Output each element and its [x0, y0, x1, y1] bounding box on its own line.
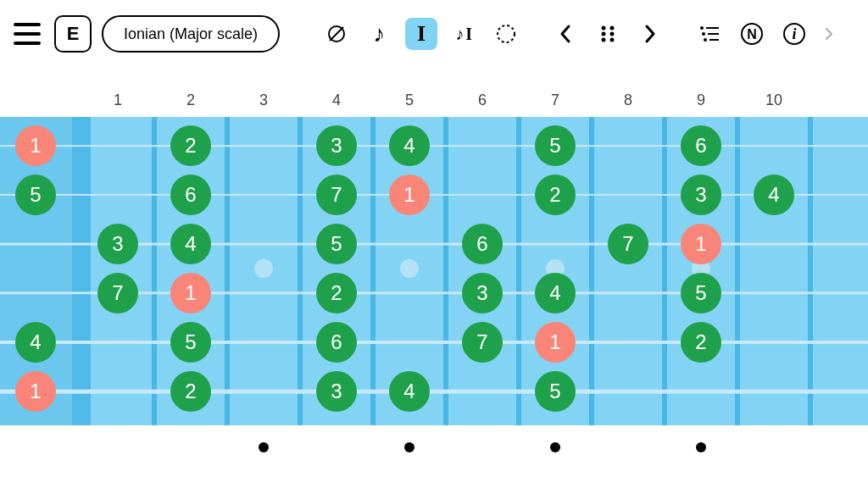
chevron-left-icon[interactable] [549, 18, 581, 50]
scale-note-dot[interactable]: 3 [316, 371, 357, 412]
fret-number: 4 [332, 92, 341, 109]
svg-point-9 [700, 26, 704, 30]
root-note-dot[interactable]: 1 [681, 224, 721, 264]
interval-label: I [417, 21, 426, 47]
fret-number: 5 [405, 92, 414, 109]
scale-note-dot[interactable]: 2 [170, 125, 211, 166]
svg-point-6 [610, 32, 615, 36]
svg-point-5 [602, 32, 606, 36]
interval-mode-button[interactable]: I [405, 18, 437, 50]
root-note-dot[interactable]: 1 [535, 322, 576, 363]
fret-line [443, 117, 448, 425]
scale-note-dot[interactable]: 6 [462, 224, 503, 264]
fret-number: 7 [551, 92, 559, 109]
fret-number: 3 [259, 92, 268, 109]
scale-note-dot[interactable]: 6 [316, 322, 357, 363]
interval-label-small: I [465, 25, 472, 44]
position-marker [550, 442, 560, 452]
scale-note-dot[interactable]: 4 [535, 273, 576, 313]
fret-line [808, 117, 813, 425]
scale-note-dot[interactable]: 5 [15, 175, 56, 215]
scale-note-dot[interactable]: 4 [389, 371, 430, 412]
fretboard[interactable]: 154137264152375263414637524157631524 [0, 117, 868, 425]
fret-number: 8 [624, 92, 632, 109]
fret-number: 6 [478, 92, 487, 109]
scale-note-dot[interactable]: 4 [389, 125, 430, 166]
eighth-note-icon: ♪ [373, 20, 385, 47]
note-icon[interactable]: ♪ [363, 18, 395, 50]
scale-note-dot[interactable]: 6 [681, 125, 721, 166]
fret-line [662, 117, 667, 425]
fret-number: 9 [697, 92, 705, 109]
menu-icon[interactable] [10, 17, 44, 51]
root-note-dot[interactable]: 1 [15, 371, 56, 412]
fret-line [225, 117, 230, 425]
svg-point-11 [702, 32, 705, 36]
svg-rect-12 [708, 33, 719, 35]
fret-line [370, 117, 376, 425]
key-label: E [67, 23, 80, 45]
scale-note-dot[interactable]: 5 [316, 224, 357, 264]
scale-note-dot[interactable]: 5 [681, 273, 721, 313]
scale-note-dot[interactable]: 3 [97, 224, 138, 264]
chevron-right-icon[interactable] [634, 18, 666, 50]
svg-text:i: i [793, 25, 797, 42]
fret-number: 2 [186, 92, 195, 109]
svg-point-4 [610, 26, 615, 30]
scale-note-dot[interactable]: 3 [462, 273, 503, 313]
string-line [0, 194, 868, 196]
svg-point-8 [610, 38, 615, 42]
overflow-chevron-icon[interactable] [821, 18, 837, 50]
fret-line [298, 117, 303, 425]
scale-note-dot[interactable]: 5 [535, 125, 576, 166]
string-line [0, 390, 868, 394]
position-marker [404, 442, 415, 452]
list-icon[interactable] [693, 18, 726, 50]
scale-note-dot[interactable]: 3 [681, 175, 721, 215]
scale-note-dot[interactable]: 2 [170, 371, 211, 412]
scale-note-dot[interactable]: 5 [535, 371, 576, 412]
fret-number-row: 12345678910 [0, 92, 868, 112]
note-names-button[interactable]: N [736, 18, 768, 50]
svg-rect-14 [709, 39, 719, 41]
scale-button[interactable]: Ionian (Major scale) [102, 15, 280, 53]
root-note-dot[interactable]: 1 [389, 175, 430, 215]
dashed-circle-icon[interactable] [490, 18, 522, 50]
scale-label: Ionian (Major scale) [124, 25, 258, 43]
fret-line [735, 117, 740, 425]
note-interval-button[interactable]: ♪ I [448, 18, 480, 50]
scale-note-dot[interactable]: 2 [681, 322, 721, 363]
eighth-note-icon: ♪ [455, 25, 464, 44]
string-line [0, 341, 868, 344]
fretboard-inlay [254, 259, 273, 278]
svg-text:N: N [747, 27, 757, 42]
scale-note-dot[interactable]: 7 [462, 322, 503, 363]
scale-note-dot[interactable]: 4 [170, 224, 211, 264]
toolbar: E Ionian (Major scale) ♪ I ♪ I [0, 0, 868, 68]
positions-icon[interactable] [592, 18, 624, 50]
scale-note-dot[interactable]: 5 [170, 322, 211, 363]
scale-note-dot[interactable]: 7 [608, 224, 648, 264]
scale-note-dot[interactable]: 7 [316, 175, 357, 215]
root-note-dot[interactable]: 1 [170, 273, 211, 313]
scale-note-dot[interactable]: 4 [754, 175, 794, 215]
key-button[interactable]: E [54, 15, 92, 53]
scale-note-dot[interactable]: 2 [316, 273, 357, 313]
fret-number: 10 [765, 92, 782, 109]
nut [72, 117, 91, 425]
scale-note-dot[interactable]: 2 [535, 175, 576, 215]
svg-point-3 [602, 26, 606, 30]
root-note-dot[interactable]: 1 [15, 125, 56, 166]
svg-line-1 [330, 27, 343, 41]
scale-note-dot[interactable]: 6 [170, 175, 211, 215]
string-line [0, 145, 868, 147]
fret-number: 1 [114, 92, 122, 109]
empty-set-icon[interactable] [320, 18, 353, 50]
fret-line [152, 117, 157, 425]
fretboard-inlay [400, 259, 419, 278]
info-button[interactable]: i [778, 18, 810, 50]
scale-note-dot[interactable]: 3 [316, 125, 357, 166]
position-marker [696, 442, 706, 452]
scale-note-dot[interactable]: 7 [97, 273, 138, 313]
scale-note-dot[interactable]: 4 [15, 322, 56, 363]
